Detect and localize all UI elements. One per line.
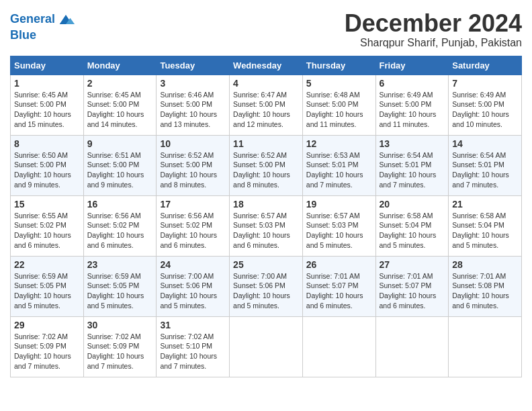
day-number: 8 (14, 138, 80, 149)
calendar-cell: 26Sunrise: 7:01 AMSunset: 5:07 PMDayligh… (302, 256, 375, 316)
day-number: 12 (306, 138, 372, 149)
day-number: 9 (87, 138, 153, 149)
calendar-cell: 16Sunrise: 6:56 AMSunset: 5:02 PMDayligh… (83, 195, 157, 256)
week-row-5: 29Sunrise: 7:02 AMSunset: 5:09 PMDayligh… (11, 316, 522, 377)
calendar-cell: 28Sunrise: 7:01 AMSunset: 5:08 PMDayligh… (449, 256, 522, 316)
calendar-cell: 7Sunrise: 6:49 AMSunset: 5:00 PMDaylight… (449, 75, 522, 135)
day-number: 26 (306, 259, 372, 270)
calendar-cell: 30Sunrise: 7:02 AMSunset: 5:09 PMDayligh… (83, 316, 157, 377)
calendar-cell: 2Sunrise: 6:45 AMSunset: 5:00 PMDaylight… (83, 75, 157, 135)
day-info: Sunrise: 6:54 AMSunset: 5:01 PMDaylight:… (380, 150, 445, 190)
day-number: 20 (380, 199, 445, 210)
day-info: Sunrise: 7:02 AMSunset: 5:09 PMDaylight:… (14, 332, 80, 371)
day-number: 19 (306, 199, 372, 210)
day-number: 22 (14, 259, 80, 270)
day-info: Sunrise: 6:47 AMSunset: 5:00 PMDaylight:… (233, 90, 299, 130)
day-info: Sunrise: 6:56 AMSunset: 5:02 PMDaylight:… (160, 211, 226, 250)
day-info: Sunrise: 6:58 AMSunset: 5:04 PMDaylight:… (452, 211, 518, 250)
day-info: Sunrise: 6:52 AMSunset: 5:00 PMDaylight:… (233, 150, 299, 190)
day-number: 25 (233, 259, 299, 270)
calendar-cell: 4Sunrise: 6:47 AMSunset: 5:00 PMDaylight… (230, 75, 303, 135)
week-row-3: 15Sunrise: 6:55 AMSunset: 5:02 PMDayligh… (11, 195, 522, 256)
calendar-cell: 19Sunrise: 6:57 AMSunset: 5:03 PMDayligh… (302, 195, 375, 256)
calendar-cell: 3Sunrise: 6:46 AMSunset: 5:00 PMDaylight… (157, 75, 230, 135)
day-info: Sunrise: 6:59 AMSunset: 5:05 PMDaylight:… (14, 271, 80, 311)
day-info: Sunrise: 6:45 AMSunset: 5:00 PMDaylight:… (14, 90, 80, 130)
calendar-cell: 21Sunrise: 6:58 AMSunset: 5:04 PMDayligh… (449, 195, 522, 256)
weekday-header-friday: Friday (375, 56, 449, 75)
calendar-cell (375, 316, 449, 377)
calendar-cell (302, 316, 375, 377)
calendar-cell: 24Sunrise: 7:00 AMSunset: 5:06 PMDayligh… (157, 256, 230, 316)
week-row-4: 22Sunrise: 6:59 AMSunset: 5:05 PMDayligh… (11, 256, 522, 316)
day-number: 24 (160, 259, 226, 270)
day-info: Sunrise: 7:01 AMSunset: 5:07 PMDaylight:… (380, 271, 445, 311)
calendar-cell: 12Sunrise: 6:53 AMSunset: 5:01 PMDayligh… (302, 135, 375, 195)
calendar-cell: 31Sunrise: 7:02 AMSunset: 5:10 PMDayligh… (157, 316, 230, 377)
day-info: Sunrise: 6:57 AMSunset: 5:03 PMDaylight:… (306, 211, 372, 250)
day-number: 17 (160, 199, 226, 210)
logo-text: General Blue (10, 10, 75, 42)
calendar-cell: 9Sunrise: 6:51 AMSunset: 5:00 PMDaylight… (83, 135, 157, 195)
calendar-cell: 23Sunrise: 6:59 AMSunset: 5:05 PMDayligh… (83, 256, 157, 316)
day-number: 18 (233, 199, 299, 210)
calendar-cell: 20Sunrise: 6:58 AMSunset: 5:04 PMDayligh… (375, 195, 449, 256)
weekday-header-row: SundayMondayTuesdayWednesdayThursdayFrid… (11, 56, 522, 75)
weekday-header-wednesday: Wednesday (230, 56, 303, 75)
calendar-cell: 8Sunrise: 6:50 AMSunset: 5:00 PMDaylight… (11, 135, 84, 195)
day-info: Sunrise: 6:59 AMSunset: 5:05 PMDaylight:… (87, 271, 153, 311)
day-info: Sunrise: 6:54 AMSunset: 5:01 PMDaylight:… (452, 150, 518, 190)
calendar-cell (449, 316, 522, 377)
week-row-1: 1Sunrise: 6:45 AMSunset: 5:00 PMDaylight… (11, 75, 522, 135)
calendar-cell: 6Sunrise: 6:49 AMSunset: 5:00 PMDaylight… (375, 75, 449, 135)
day-info: Sunrise: 7:02 AMSunset: 5:10 PMDaylight:… (160, 332, 226, 371)
day-number: 29 (14, 320, 80, 330)
day-info: Sunrise: 7:00 AMSunset: 5:06 PMDaylight:… (233, 271, 299, 311)
calendar-cell: 17Sunrise: 6:56 AMSunset: 5:02 PMDayligh… (157, 195, 230, 256)
title-block: December 2024 Sharqpur Sharif, Punjab, P… (345, 10, 522, 49)
day-number: 6 (380, 78, 445, 89)
weekday-header-sunday: Sunday (11, 56, 84, 75)
day-number: 10 (160, 138, 226, 149)
calendar-cell: 18Sunrise: 6:57 AMSunset: 5:03 PMDayligh… (230, 195, 303, 256)
day-info: Sunrise: 6:49 AMSunset: 5:00 PMDaylight:… (452, 90, 518, 130)
weekday-header-tuesday: Tuesday (157, 56, 230, 75)
calendar-cell (230, 316, 303, 377)
month-title: December 2024 (345, 10, 522, 37)
day-number: 21 (452, 199, 518, 210)
day-info: Sunrise: 7:01 AMSunset: 5:08 PMDaylight:… (452, 271, 518, 311)
calendar-cell: 1Sunrise: 6:45 AMSunset: 5:00 PMDaylight… (11, 75, 84, 135)
day-number: 4 (233, 78, 299, 89)
day-number: 2 (87, 78, 153, 89)
calendar-cell: 25Sunrise: 7:00 AMSunset: 5:06 PMDayligh… (230, 256, 303, 316)
calendar-cell: 15Sunrise: 6:55 AMSunset: 5:02 PMDayligh… (11, 195, 84, 256)
day-info: Sunrise: 7:00 AMSunset: 5:06 PMDaylight:… (160, 271, 226, 311)
day-info: Sunrise: 6:50 AMSunset: 5:00 PMDaylight:… (14, 150, 80, 190)
day-number: 14 (452, 138, 518, 149)
day-number: 28 (452, 259, 518, 270)
calendar-cell: 22Sunrise: 6:59 AMSunset: 5:05 PMDayligh… (11, 256, 84, 316)
day-info: Sunrise: 6:57 AMSunset: 5:03 PMDaylight:… (233, 211, 299, 250)
page-header: General Blue December 2024 Sharqpur Shar… (10, 10, 522, 49)
day-number: 31 (160, 320, 226, 330)
weekday-header-monday: Monday (83, 56, 157, 75)
day-info: Sunrise: 6:51 AMSunset: 5:00 PMDaylight:… (87, 150, 153, 190)
day-number: 30 (87, 320, 153, 330)
weekday-header-thursday: Thursday (302, 56, 375, 75)
day-info: Sunrise: 6:46 AMSunset: 5:00 PMDaylight:… (160, 90, 226, 130)
weekday-header-saturday: Saturday (449, 56, 522, 75)
day-info: Sunrise: 6:55 AMSunset: 5:02 PMDaylight:… (14, 211, 80, 250)
calendar-cell: 29Sunrise: 7:02 AMSunset: 5:09 PMDayligh… (11, 316, 84, 377)
day-number: 23 (87, 259, 153, 270)
calendar-cell: 14Sunrise: 6:54 AMSunset: 5:01 PMDayligh… (449, 135, 522, 195)
day-info: Sunrise: 6:48 AMSunset: 5:00 PMDaylight:… (306, 90, 372, 130)
calendar-cell: 11Sunrise: 6:52 AMSunset: 5:00 PMDayligh… (230, 135, 303, 195)
calendar-cell: 27Sunrise: 7:01 AMSunset: 5:07 PMDayligh… (375, 256, 449, 316)
day-number: 11 (233, 138, 299, 149)
calendar-cell: 13Sunrise: 6:54 AMSunset: 5:01 PMDayligh… (375, 135, 449, 195)
calendar-cell: 5Sunrise: 6:48 AMSunset: 5:00 PMDaylight… (302, 75, 375, 135)
week-row-2: 8Sunrise: 6:50 AMSunset: 5:00 PMDaylight… (11, 135, 522, 195)
day-info: Sunrise: 7:01 AMSunset: 5:07 PMDaylight:… (306, 271, 372, 311)
day-number: 16 (87, 199, 153, 210)
day-number: 3 (160, 78, 226, 89)
